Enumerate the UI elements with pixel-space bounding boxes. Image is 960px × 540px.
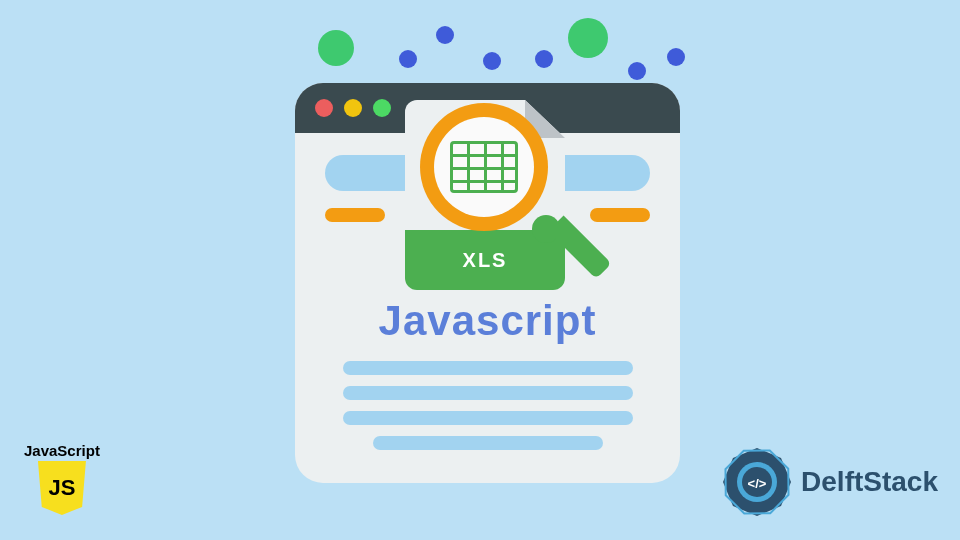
decorative-dot xyxy=(535,50,553,68)
javascript-label: JavaScript xyxy=(24,442,100,459)
decorative-dot xyxy=(399,50,417,68)
text-line xyxy=(373,436,603,450)
delftstack-label: DelftStack xyxy=(801,466,938,498)
decorative-dot xyxy=(667,48,685,66)
decorative-dot xyxy=(483,52,501,70)
xls-file-illustration: XLS xyxy=(405,100,580,305)
magnifier-icon xyxy=(420,103,548,231)
text-line xyxy=(343,411,633,425)
menu-line-left xyxy=(325,208,385,222)
decorative-dot xyxy=(628,62,646,80)
svg-text:</>: </> xyxy=(748,476,767,491)
text-line xyxy=(343,361,633,375)
delftstack-badge-icon: </> xyxy=(721,446,793,518)
text-line xyxy=(343,386,633,400)
delftstack-logo: </> DelftStack xyxy=(721,446,938,518)
window-maximize-button[interactable] xyxy=(373,99,391,117)
window-minimize-button[interactable] xyxy=(344,99,362,117)
decorative-dot xyxy=(436,26,454,44)
decorative-dot xyxy=(318,30,354,66)
xls-label: XLS xyxy=(463,249,508,272)
window-close-button[interactable] xyxy=(315,99,333,117)
javascript-logo: JavaScript JS xyxy=(24,442,100,515)
spreadsheet-grid-icon xyxy=(450,141,518,193)
menu-line-right xyxy=(590,208,650,222)
javascript-shield-icon: JS xyxy=(38,461,86,515)
decorative-dot xyxy=(568,18,608,58)
